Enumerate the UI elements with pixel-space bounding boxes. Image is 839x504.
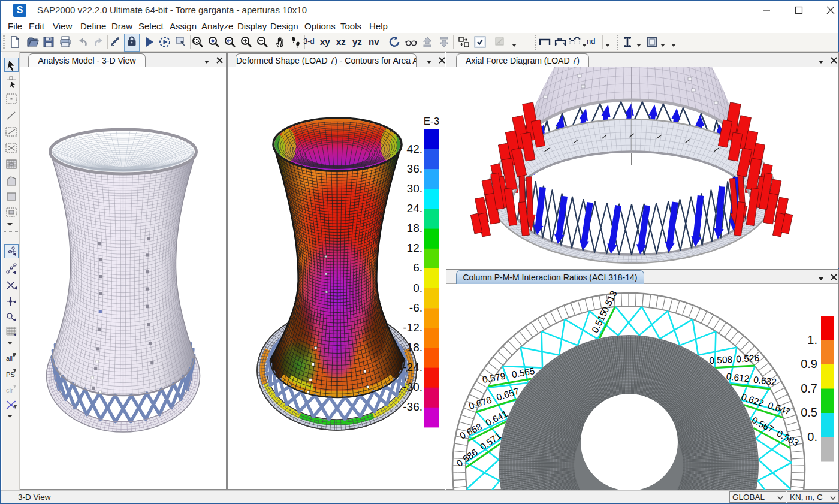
svg-text:36.: 36.	[407, 162, 422, 175]
svg-text:all: all	[6, 355, 13, 362]
svg-text:clr: clr	[6, 387, 13, 394]
svg-text:30.: 30.	[407, 182, 422, 195]
svg-text:0.526: 0.526	[736, 353, 760, 364]
svg-text:-36.: -36.	[403, 400, 422, 413]
svg-text:6.: 6.	[413, 261, 422, 274]
svg-text:0.: 0.	[413, 282, 422, 294]
svg-text:-24.: -24.	[403, 361, 422, 373]
svg-text:0.9: 0.9	[801, 357, 817, 370]
svg-text:0.7: 0.7	[801, 382, 817, 395]
svg-text:-6.: -6.	[409, 301, 422, 314]
svg-text:-12.: -12.	[403, 321, 422, 334]
svg-text:0.5: 0.5	[801, 406, 817, 419]
svg-text:0.508: 0.508	[709, 354, 733, 366]
svg-text:42.: 42.	[407, 143, 422, 155]
svg-text:0.632: 0.632	[753, 375, 777, 388]
svg-text:-30.: -30.	[403, 381, 422, 393]
svg-text:PS: PS	[6, 371, 15, 378]
svg-text:E-3: E-3	[424, 116, 439, 127]
svg-text:0.: 0.	[807, 430, 817, 443]
svg-text:12.: 12.	[407, 242, 422, 254]
svg-text:-18.: -18.	[403, 341, 422, 354]
svg-text:1.: 1.	[807, 333, 817, 346]
svg-text:24.: 24.	[407, 202, 422, 215]
svg-text:18.: 18.	[407, 222, 422, 234]
svg-text:0.565: 0.565	[511, 366, 535, 379]
